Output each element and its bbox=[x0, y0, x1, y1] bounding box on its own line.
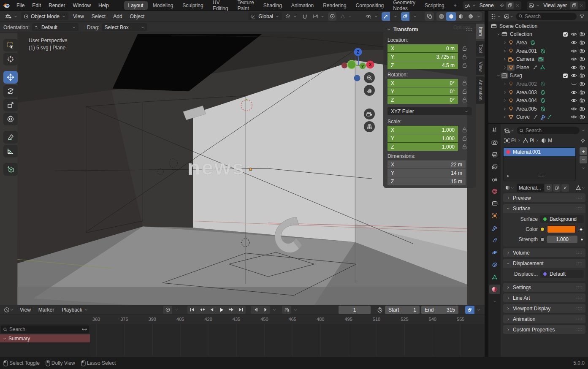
overlays-toggle[interactable] bbox=[401, 12, 409, 21]
lock-x-button[interactable] bbox=[458, 79, 471, 87]
shading-solid-button[interactable] bbox=[446, 12, 456, 21]
panel-grip[interactable]: ∷∷ bbox=[576, 250, 583, 255]
properties-tabs-overflow[interactable] bbox=[493, 299, 497, 304]
lock-z-button[interactable] bbox=[458, 61, 471, 69]
workspace-tab-animation[interactable]: Animation bbox=[287, 1, 318, 10]
eye-toggle[interactable] bbox=[571, 98, 577, 103]
properties-tab-world[interactable] bbox=[489, 187, 500, 196]
prev-frame-button[interactable] bbox=[251, 306, 260, 314]
next-frame-button[interactable] bbox=[260, 306, 270, 314]
menubar-item-window[interactable]: Window bbox=[69, 1, 95, 10]
eye-toggle[interactable] bbox=[571, 106, 577, 111]
jump-start-button[interactable] bbox=[187, 306, 197, 314]
panel-grip[interactable]: ∷∷ bbox=[576, 285, 583, 290]
lock-y-button[interactable] bbox=[458, 87, 471, 95]
render-visibility-toggle[interactable] bbox=[580, 106, 585, 111]
panel-grip[interactable]: ∷∷ bbox=[576, 261, 583, 266]
proportional-editing-toggle[interactable] bbox=[328, 12, 336, 21]
outliner-filter-display-button[interactable] bbox=[503, 12, 514, 21]
panel-grip[interactable]: ∷∷ bbox=[576, 317, 583, 321]
editor-type-button[interactable] bbox=[3, 12, 20, 20]
viewport-3d[interactable]: news Object Mode bbox=[0, 11, 485, 305]
timeline-ruler[interactable]: 3603753904054204354504654804955105255405… bbox=[0, 315, 485, 324]
properties-tab-render[interactable] bbox=[489, 138, 500, 147]
dimensions-field-x[interactable]: X22 m bbox=[387, 160, 466, 168]
fake-user-button[interactable] bbox=[545, 184, 552, 192]
eye-toggle[interactable] bbox=[571, 114, 577, 119]
properties-options-dropdown[interactable] bbox=[581, 128, 585, 133]
outliner-row-area-004[interactable]: Area.004 bbox=[488, 96, 588, 105]
panel-grip[interactable]: ∷∷ bbox=[576, 195, 583, 200]
transform-orientation-selector[interactable]: Global bbox=[248, 12, 282, 20]
properties-search-input[interactable]: Search bbox=[517, 127, 580, 134]
scene-selector[interactable]: Scene bbox=[463, 1, 522, 10]
slot-specials-dropdown[interactable] bbox=[580, 164, 587, 172]
proportional-falloff-selector[interactable] bbox=[337, 12, 355, 20]
shading-dropdown[interactable] bbox=[475, 12, 482, 21]
play-reverse-button[interactable] bbox=[207, 306, 217, 314]
ortho-toggle-button[interactable] bbox=[364, 121, 375, 132]
camera-view-button[interactable] bbox=[364, 109, 375, 119]
snap-with-selector[interactable] bbox=[310, 12, 327, 20]
shading-rendered-button[interactable] bbox=[466, 12, 475, 21]
jump-end-button[interactable] bbox=[236, 306, 246, 314]
workspace-tab-rendering[interactable]: Rendering bbox=[319, 1, 350, 10]
editor-divider[interactable] bbox=[485, 11, 488, 357]
eye-toggle[interactable] bbox=[571, 32, 577, 37]
material-slot-item[interactable]: Material.001 bbox=[504, 148, 575, 156]
rotation-mode-selector[interactable]: XYZ Euler bbox=[387, 107, 472, 115]
select-box-tool-button[interactable] bbox=[3, 39, 18, 52]
sidebar-tab-animation[interactable]: Animation bbox=[476, 76, 485, 104]
preview-range-toggle[interactable] bbox=[282, 306, 291, 314]
frame-end-field[interactable]: End315 bbox=[421, 306, 458, 314]
editor-divider[interactable] bbox=[488, 123, 588, 124]
properties-tab-modifiers[interactable] bbox=[489, 223, 500, 233]
properties-tab-collection[interactable] bbox=[489, 199, 500, 208]
summary-channel[interactable]: Summary bbox=[0, 334, 90, 342]
frame-start-field[interactable]: Start1 bbox=[385, 306, 420, 314]
mode-selector[interactable]: Object Mode bbox=[21, 12, 68, 20]
properties-tab-physics[interactable] bbox=[489, 248, 500, 257]
properties-tab-output[interactable] bbox=[489, 150, 500, 159]
prev-keyframe-button[interactable] bbox=[197, 306, 207, 314]
measure-tool-button[interactable] bbox=[3, 145, 18, 157]
viewlayer-selector[interactable]: ViewLayer bbox=[527, 1, 585, 10]
keyframe-button[interactable] bbox=[578, 227, 584, 232]
sync-dropdown[interactable] bbox=[475, 306, 482, 314]
zoom-view-button[interactable] bbox=[364, 72, 375, 83]
workspace-tab-layout[interactable]: Layout bbox=[124, 1, 148, 10]
render-visibility-toggle[interactable] bbox=[580, 81, 585, 87]
menubar-item-edit[interactable]: Edit bbox=[28, 1, 45, 10]
panel-animation[interactable]: Animation∷∷ bbox=[503, 315, 585, 323]
menubar-item-render[interactable]: Render bbox=[45, 1, 69, 10]
unlink-material-button[interactable] bbox=[561, 184, 569, 192]
list-resize-grip[interactable]: ∷∷ bbox=[539, 174, 545, 178]
scale-tool-button[interactable] bbox=[3, 99, 18, 111]
viewport-menu-view[interactable]: View bbox=[69, 12, 88, 21]
overlays-dropdown[interactable] bbox=[410, 12, 420, 20]
stopwatch-icon[interactable] bbox=[376, 306, 384, 314]
location-field-x[interactable]: X0 m bbox=[387, 44, 458, 52]
material-breadcrumb-icon[interactable] bbox=[541, 138, 547, 144]
panel-viewport-display[interactable]: Viewport Display∷∷ bbox=[503, 304, 585, 313]
panel-custom-properties[interactable]: Custom Properties∷∷ bbox=[503, 325, 585, 334]
lock-x-button[interactable] bbox=[458, 44, 471, 52]
surface-shader-selector[interactable]: Background bbox=[540, 215, 584, 223]
render-visibility-toggle[interactable] bbox=[580, 49, 585, 54]
render-visibility-toggle[interactable] bbox=[580, 65, 585, 70]
annotate-tool-button[interactable] bbox=[3, 131, 18, 144]
sidebar-tab-view[interactable]: View bbox=[476, 58, 485, 75]
eye-toggle[interactable] bbox=[571, 57, 577, 62]
panel-preview[interactable]: Preview∷∷ bbox=[503, 193, 585, 202]
shading-material-button[interactable] bbox=[456, 12, 466, 21]
rotate-tool-button[interactable] bbox=[3, 85, 18, 98]
transform-panel-title[interactable]: Transform bbox=[393, 27, 463, 33]
material-nodes-toggle[interactable] bbox=[575, 185, 585, 191]
panel-line-art[interactable]: Line Art∷∷ bbox=[503, 293, 585, 302]
lock-z-button[interactable] bbox=[458, 143, 471, 151]
current-frame-field[interactable]: 1 bbox=[339, 306, 371, 314]
workspace-tab-scripting[interactable]: Scripting bbox=[420, 1, 449, 10]
location-field-y[interactable]: Y3.725 m bbox=[387, 53, 458, 61]
render-visibility-toggle[interactable] bbox=[580, 32, 585, 37]
scale-field-y[interactable]: Y1.000 bbox=[387, 134, 458, 142]
